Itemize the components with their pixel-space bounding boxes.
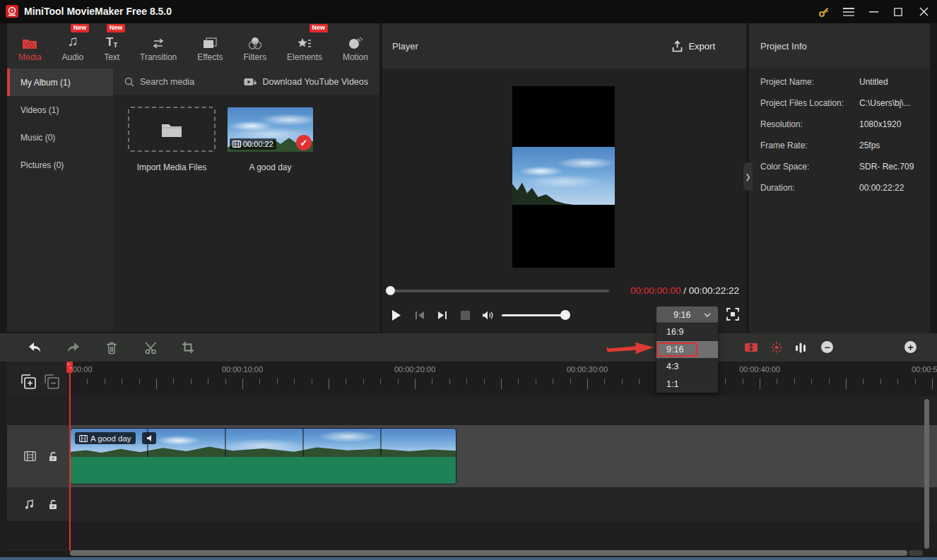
music-track <box>7 487 937 521</box>
media-clip-thumbnail[interactable]: 00:00:22 ✓ <box>228 107 313 152</box>
aspect-option-9-16[interactable]: 9:16 <box>656 341 718 359</box>
playhead[interactable] <box>69 362 71 551</box>
zoom-out-button[interactable]: − <box>821 341 833 353</box>
aspect-option-4-3[interactable]: 4:3 <box>656 358 718 376</box>
tab-audio[interactable]: ♫ Audio New <box>62 23 84 68</box>
volume-fill <box>502 314 565 316</box>
previous-frame-button[interactable] <box>412 309 428 321</box>
ruler-tick <box>570 379 571 384</box>
tab-media[interactable]: Media <box>18 23 42 68</box>
export-button[interactable]: Export <box>672 40 715 52</box>
close-button[interactable] <box>913 0 934 23</box>
elements-star-icon <box>297 32 312 49</box>
download-youtube-button[interactable]: Download YouTube Videos <box>244 77 368 87</box>
video-track-header <box>7 425 69 487</box>
ruler-tick <box>553 379 553 384</box>
ribbon: Media ♫ Audio New Tт Text New Transition… <box>7 23 379 68</box>
aspect-option-16-9[interactable]: 16:9 <box>656 323 718 341</box>
menu-icon[interactable] <box>838 0 859 23</box>
video-frame <box>512 86 615 268</box>
clip-name-badge: A good day <box>75 432 136 444</box>
crop-button[interactable] <box>179 339 196 356</box>
app-window: MiniTool MovieMaker Free 8.5.0 Media ♫ A… <box>0 0 937 560</box>
aspect-ratio-menu: 16:9 9:16 4:3 1:1 <box>656 323 718 393</box>
tracks-icon[interactable] <box>792 339 809 356</box>
playhead-handle[interactable] <box>66 362 73 373</box>
ruler-tick <box>208 379 208 384</box>
horizontal-scrollbar[interactable] <box>70 550 907 556</box>
split-scissors-button[interactable] <box>142 339 159 356</box>
stop-button[interactable] <box>457 309 473 321</box>
fit-timeline-icon[interactable] <box>743 339 760 356</box>
tab-effects[interactable]: Effects <box>197 23 223 68</box>
maximize-button[interactable] <box>888 0 909 23</box>
undo-button[interactable] <box>27 339 44 356</box>
video-track-lock-icon[interactable] <box>48 425 58 487</box>
sidebar-item-my-album[interactable]: My Album (1) <box>7 68 113 96</box>
ruler-tick <box>173 379 174 384</box>
import-media-dropzone[interactable] <box>128 107 216 152</box>
sidebar-item-videos[interactable]: Videos (1) <box>7 96 113 124</box>
clip-selected-check-icon: ✓ <box>296 135 312 150</box>
timeline: 00:0000:00:10:0000:00:20:0000:00:30:0000… <box>0 362 937 560</box>
ruler-tick <box>915 379 916 384</box>
empty-track-row <box>7 395 937 425</box>
vertical-scrollbar[interactable] <box>924 399 929 549</box>
music-track-lock-icon[interactable] <box>48 487 58 521</box>
volume-handle[interactable] <box>560 310 570 320</box>
delete-button[interactable] <box>103 339 120 356</box>
search-media-input[interactable]: Search media <box>124 77 194 87</box>
ruler-tick <box>622 379 623 384</box>
import-media-label: Import Media Files <box>128 162 216 172</box>
ruler-tick <box>346 379 346 384</box>
license-key-icon[interactable] <box>813 0 835 23</box>
add-track-button[interactable] <box>21 374 36 389</box>
panel-collapse-handle[interactable]: ❯ <box>743 162 753 191</box>
music-track-header <box>7 487 69 521</box>
new-badge: New <box>310 24 329 32</box>
tab-text[interactable]: Tт Text New <box>104 23 119 68</box>
sidebar-item-pictures[interactable]: Pictures (0) <box>7 151 113 179</box>
seek-bar[interactable] <box>390 290 609 292</box>
play-button[interactable] <box>388 309 403 321</box>
volume-icon[interactable] <box>480 309 495 321</box>
timeline-ruler[interactable]: 00:0000:00:10:0000:00:20:0000:00:30:0000… <box>70 362 937 395</box>
sidebar-item-music[interactable]: Music (0) <box>7 124 113 151</box>
tab-elements[interactable]: Elements New <box>287 23 322 68</box>
remove-track-button[interactable] <box>45 374 59 389</box>
redo-button[interactable] <box>64 339 81 356</box>
aspect-ratio-dropdown[interactable]: 9:16 <box>656 306 718 323</box>
ruler-tick <box>501 379 502 389</box>
project-info-row: Frame Rate:25fps <box>760 141 923 150</box>
audio-note-icon: ♫ <box>67 32 78 49</box>
minimize-button[interactable] <box>863 0 884 23</box>
zoom-in-button[interactable]: + <box>904 341 917 353</box>
project-info-row: Project Files Location:C:\Users\bj\... <box>760 98 923 108</box>
folder-icon <box>161 121 182 138</box>
music-track-icon <box>24 487 35 521</box>
ruler-tick <box>122 379 122 384</box>
project-info-row: Color Space:SDR- Rec.709 <box>760 162 923 172</box>
fullscreen-button[interactable] <box>725 308 741 321</box>
project-info-header: Project Info <box>749 23 930 68</box>
extra-track-row <box>7 521 937 549</box>
tab-transition[interactable]: Transition <box>140 23 177 68</box>
timeline-clip[interactable]: A good day <box>70 428 456 484</box>
project-info-panel: Project Name:Untitled Project Files Loca… <box>749 68 930 333</box>
ruler-tick <box>743 379 743 384</box>
ruler-tick <box>87 379 88 384</box>
next-frame-button[interactable] <box>435 309 450 321</box>
aspect-option-1-1[interactable]: 1:1 <box>656 376 718 393</box>
export-icon <box>672 40 683 52</box>
film-icon <box>232 141 241 148</box>
tab-motion[interactable]: Motion <box>343 23 368 68</box>
volume-slider[interactable] <box>502 314 569 316</box>
tab-filters[interactable]: Filters <box>244 23 267 68</box>
titlebar: MiniTool MovieMaker Free 8.5.0 <box>0 0 937 23</box>
ruler-label: 00:00:40:00 <box>739 365 780 374</box>
ruler-tick <box>794 379 795 384</box>
burst-effect-icon[interactable] <box>768 339 785 356</box>
motion-icon <box>348 32 363 49</box>
seek-handle[interactable] <box>386 286 395 295</box>
ruler-tick <box>846 379 847 389</box>
